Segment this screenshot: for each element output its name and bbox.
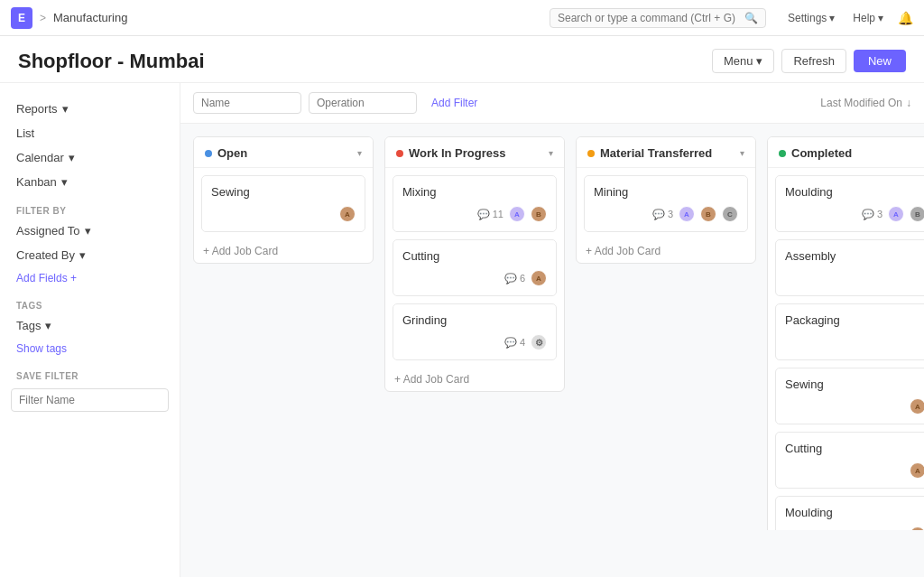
card-title-assembly: Assembly bbox=[785, 249, 924, 263]
col-toggle-open[interactable]: ▾ bbox=[357, 148, 362, 158]
calendar-label: Calendar bbox=[16, 151, 64, 164]
new-button[interactable]: New bbox=[854, 50, 906, 72]
card-packaging[interactable]: Packaging A bbox=[775, 303, 924, 360]
add-fields-button[interactable]: Add Fields + bbox=[11, 268, 169, 288]
card-title-sewing-open: Sewing bbox=[211, 185, 356, 199]
search-bar[interactable]: 🔍 bbox=[550, 8, 766, 28]
tags-section-label: TAGS bbox=[11, 301, 169, 311]
card-sewing-open[interactable]: Sewing A bbox=[201, 175, 365, 232]
app-icon: E bbox=[11, 7, 32, 29]
card-footer-moulding1: 💬 3 A B C bbox=[785, 206, 924, 222]
filter-name-input[interactable] bbox=[11, 388, 169, 412]
sidebar-item-kanban[interactable]: Kanban ▾ bbox=[11, 171, 169, 193]
card-title-sewing2: Sewing bbox=[785, 378, 924, 391]
col-title-wrap-completed: Completed bbox=[779, 146, 852, 160]
card-footer-packaging: A bbox=[785, 334, 924, 350]
card-assembly[interactable]: Assembly A bbox=[775, 239, 924, 296]
column-completed: Completed ▾ Moulding 💬 3 A bbox=[767, 136, 924, 530]
avatar2-mining: B bbox=[700, 206, 716, 222]
nav-right: Settings ▾ Help ▾ 🔔 bbox=[784, 10, 913, 26]
col-toggle-wip[interactable]: ▾ bbox=[549, 148, 553, 158]
sidebar-item-reports[interactable]: Reports ▾ bbox=[11, 98, 169, 120]
card-footer-mixing: 💬 11 A B bbox=[402, 206, 547, 222]
menu-button[interactable]: Menu ▾ bbox=[712, 49, 775, 73]
refresh-label: Refresh bbox=[793, 54, 835, 68]
comment-cutting-wip: 💬 6 bbox=[504, 273, 525, 284]
col-dot-completed bbox=[779, 150, 786, 157]
card-grinding-wip[interactable]: Grinding 💬 4 ⚙ bbox=[393, 303, 557, 360]
add-job-open[interactable]: + Add Job Card bbox=[194, 239, 373, 263]
avatar1-moulding1: A bbox=[888, 206, 904, 222]
comment-icon-mining: 💬 bbox=[652, 209, 665, 220]
comment-icon-grinding: 💬 bbox=[504, 337, 517, 349]
operation-filter-input[interactable] bbox=[309, 92, 417, 114]
col-title-material: Material Transferred bbox=[600, 146, 712, 160]
add-job-material[interactable]: + Add Job Card bbox=[577, 239, 755, 263]
add-job-open-label: + Add Job Card bbox=[203, 245, 278, 257]
main-layout: Reports ▾ List Calendar ▾ Kanban ▾ FILTE… bbox=[0, 83, 924, 577]
add-filter-label: Add Filter bbox=[431, 97, 477, 109]
kanban-chevron: ▾ bbox=[61, 175, 68, 189]
col-dot-open bbox=[205, 150, 212, 157]
avatar1-cutting2: A bbox=[910, 462, 924, 479]
card-cutting2[interactable]: Cutting A B bbox=[775, 432, 924, 489]
settings-button[interactable]: Settings ▾ bbox=[784, 10, 838, 26]
list-label: List bbox=[16, 126, 34, 140]
card-title-packaging: Packaging bbox=[785, 313, 924, 327]
sidebar-tags[interactable]: Tags ▾ bbox=[11, 314, 169, 337]
card-title-moulding2: Moulding bbox=[785, 506, 924, 519]
show-tags-button[interactable]: Show tags bbox=[11, 339, 169, 359]
card-footer-sewing-open: A bbox=[211, 206, 356, 222]
calendar-chevron: ▾ bbox=[69, 151, 75, 164]
col-header-material: Material Transferred ▾ bbox=[577, 137, 755, 168]
card-footer-mining: 💬 3 A B C bbox=[594, 206, 738, 222]
kanban-board: Open ▾ Sewing A + Add Job Card bbox=[180, 124, 924, 530]
add-filter-button[interactable]: Add Filter bbox=[424, 93, 485, 113]
column-wip: Work In Progress ▾ Mixing 💬 11 A B bbox=[384, 136, 565, 392]
refresh-button[interactable]: Refresh bbox=[781, 49, 846, 73]
add-job-wip[interactable]: + Add Job Card bbox=[385, 368, 564, 391]
save-filter-section: SAVE FILTER bbox=[11, 371, 169, 412]
sidebar-assigned-to[interactable]: Assigned To ▾ bbox=[11, 219, 169, 242]
col-toggle-material[interactable]: ▾ bbox=[740, 148, 744, 158]
card-footer-cutting2: A B bbox=[785, 462, 924, 479]
sidebar-item-calendar[interactable]: Calendar ▾ bbox=[11, 146, 169, 169]
comment-count-mixing: 11 bbox=[493, 209, 504, 219]
sidebar-created-by[interactable]: Created By ▾ bbox=[11, 244, 169, 266]
search-input[interactable] bbox=[558, 12, 741, 24]
last-modified-sort[interactable]: Last Modified On ↓ bbox=[820, 97, 911, 109]
card-footer-moulding2: A B bbox=[785, 527, 924, 530]
comment-moulding1: 💬 3 bbox=[862, 209, 882, 220]
avatar1-moulding2: A bbox=[910, 527, 924, 530]
reports-label: Reports bbox=[16, 102, 58, 116]
card-sewing2[interactable]: Sewing A B bbox=[775, 368, 924, 424]
filter-by-section: FILTER BY Assigned To ▾ Created By ▾ Add… bbox=[11, 206, 169, 288]
add-job-wip-label: + Add Job Card bbox=[394, 373, 469, 386]
help-label: Help bbox=[853, 12, 875, 24]
created-chevron: ▾ bbox=[79, 248, 86, 262]
help-chevron: ▾ bbox=[878, 12, 883, 24]
col-title-wrap-material: Material Transferred bbox=[587, 146, 712, 160]
card-mixing[interactable]: Mixing 💬 11 A B bbox=[393, 175, 557, 232]
sidebar-item-list[interactable]: List bbox=[11, 122, 169, 144]
name-filter-input[interactable] bbox=[193, 92, 301, 114]
card-moulding2[interactable]: Moulding A B bbox=[775, 496, 924, 530]
comment-grinding-wip: 💬 4 bbox=[504, 337, 525, 349]
page-title: Shopfloor - Mumbai bbox=[18, 50, 205, 73]
filter-by-label: FILTER BY bbox=[11, 206, 169, 216]
col-title-wrap-open: Open bbox=[205, 146, 247, 160]
card-mining[interactable]: Mining 💬 3 A B C bbox=[584, 175, 748, 232]
col-header-completed: Completed ▾ bbox=[768, 137, 924, 168]
breadcrumb: Manufacturing bbox=[53, 11, 127, 24]
comment-count-grinding: 4 bbox=[520, 337, 525, 348]
col-dot-wip bbox=[396, 150, 403, 157]
notifications-icon[interactable]: 🔔 bbox=[898, 11, 913, 25]
card-cutting-wip[interactable]: Cutting 💬 6 A bbox=[393, 239, 557, 296]
col-header-wip: Work In Progress ▾ bbox=[385, 137, 564, 168]
breadcrumb-separator: > bbox=[40, 12, 46, 24]
comment-icon-moulding1: 💬 bbox=[862, 209, 874, 220]
card-moulding1[interactable]: Moulding 💬 3 A B C bbox=[775, 175, 924, 232]
col-title-completed: Completed bbox=[791, 146, 852, 160]
help-button[interactable]: Help ▾ bbox=[849, 10, 887, 26]
completed-scroll: Moulding 💬 3 A B C Asse bbox=[768, 168, 924, 530]
